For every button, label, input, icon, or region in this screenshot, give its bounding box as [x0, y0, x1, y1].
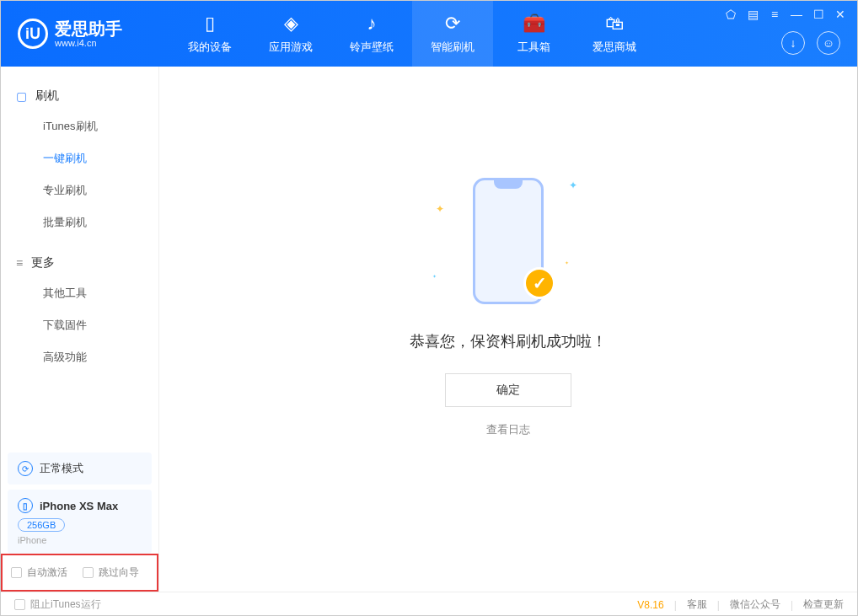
- version-label: V8.16: [637, 599, 663, 611]
- view-log-link[interactable]: 查看日志: [486, 422, 530, 437]
- mode-box[interactable]: ⟳ 正常模式: [8, 453, 152, 485]
- footer-left-label: 阻止iTunes运行: [30, 597, 101, 612]
- check-badge-icon: ✓: [523, 267, 555, 299]
- checkbox-block-itunes[interactable]: 阻止iTunes运行: [14, 597, 101, 612]
- success-illustration: ✓ ✦ ✦ ✦ ✦: [458, 171, 559, 314]
- sidebar-item-batch-flash[interactable]: 批量刷机: [1, 206, 158, 238]
- tab-label: 我的设备: [188, 40, 232, 55]
- section-title: 更多: [31, 255, 55, 271]
- capacity-pill: 256GB: [18, 518, 65, 532]
- sparkle-icon: ✦: [436, 203, 444, 215]
- app-body: ▢ 刷机 iTunes刷机 一键刷机 专业刷机 批量刷机 ≡ 更多 其他工具 下…: [1, 67, 857, 592]
- tab-label: 工具箱: [517, 40, 550, 55]
- sidebar-item-oneclick-flash[interactable]: 一键刷机: [1, 142, 158, 174]
- footer-right: V8.16 | 客服 | 微信公众号 | 检查更新: [637, 597, 844, 612]
- bag-icon: 🛍: [605, 13, 624, 35]
- app-logo-icon: iꓴ: [18, 19, 48, 49]
- tab-label: 爱思商城: [593, 40, 636, 55]
- app-name: 爱思助手: [55, 19, 122, 38]
- section-title: 刷机: [35, 88, 59, 104]
- maximize-icon[interactable]: ☐: [812, 8, 825, 21]
- close-icon[interactable]: ✕: [834, 8, 847, 21]
- sidebar-item-advanced[interactable]: 高级功能: [1, 341, 158, 373]
- refresh-icon: ⟳: [445, 13, 460, 35]
- menu-icon[interactable]: ≡: [768, 8, 781, 21]
- device-type: iPhone: [18, 535, 142, 545]
- tab-label: 智能刷机: [431, 40, 475, 55]
- sidebar-item-pro-flash[interactable]: 专业刷机: [1, 174, 158, 206]
- device-icon: ▯: [205, 13, 215, 35]
- sparkle-icon: ✦: [565, 260, 569, 265]
- logo-area: iꓴ 爱思助手 www.i4.cn: [1, 19, 169, 49]
- phone-icon: ▢: [16, 89, 27, 103]
- tab-apps-games[interactable]: ◈应用游戏: [250, 1, 331, 67]
- tab-my-device[interactable]: ▯我的设备: [169, 1, 250, 67]
- mode-label: 正常模式: [40, 461, 83, 476]
- footer: 阻止iTunes运行 V8.16 | 客服 | 微信公众号 | 检查更新: [1, 592, 857, 616]
- checkbox-auto-activate[interactable]: 自动激活: [11, 565, 67, 580]
- notebook-icon[interactable]: ▤: [746, 8, 759, 21]
- sidebar: ▢ 刷机 iTunes刷机 一键刷机 专业刷机 批量刷机 ≡ 更多 其他工具 下…: [1, 67, 159, 592]
- device-name-label: iPhone XS Max: [40, 500, 118, 512]
- cube-icon: ◈: [284, 13, 298, 35]
- main-content: ✓ ✦ ✦ ✦ ✦ 恭喜您，保资料刷机成功啦！ 确定 查看日志: [159, 67, 857, 592]
- toolbox-icon: 🧰: [523, 13, 545, 35]
- sidebar-item-other-tools[interactable]: 其他工具: [1, 277, 158, 309]
- tab-ringtone-wallpaper[interactable]: ♪铃声壁纸: [331, 1, 412, 67]
- app-url: www.i4.cn: [55, 38, 122, 48]
- checkbox-icon: [83, 567, 94, 578]
- footer-link-support[interactable]: 客服: [687, 597, 707, 612]
- device-phone-icon: ▯: [18, 498, 33, 513]
- tab-toolbox[interactable]: 🧰工具箱: [493, 1, 574, 67]
- footer-link-wechat[interactable]: 微信公众号: [730, 597, 780, 612]
- success-message: 恭喜您，保资料刷机成功啦！: [410, 331, 607, 351]
- checkbox-icon: [14, 599, 25, 610]
- checkbox-label: 自动激活: [27, 565, 67, 580]
- device-box[interactable]: ▯ iPhone XS Max 256GB iPhone: [8, 490, 152, 554]
- highlighted-options-box: 自动激活 跳过向导: [1, 554, 158, 592]
- sidebar-item-itunes-flash[interactable]: iTunes刷机: [1, 110, 158, 142]
- section-flash[interactable]: ▢ 刷机: [1, 82, 158, 110]
- sparkle-icon: ✦: [432, 273, 437, 279]
- app-header: iꓴ 爱思助手 www.i4.cn ▯我的设备 ◈应用游戏 ♪铃声壁纸 ⟳智能刷…: [1, 1, 857, 67]
- tab-smart-flash[interactable]: ⟳智能刷机: [412, 1, 493, 67]
- music-icon: ♪: [367, 13, 377, 35]
- shirt-icon[interactable]: ⬠: [724, 8, 737, 21]
- sparkle-icon: ✦: [569, 179, 577, 191]
- checkbox-label: 跳过向导: [99, 565, 139, 580]
- section-more[interactable]: ≡ 更多: [1, 249, 158, 277]
- ok-button[interactable]: 确定: [445, 373, 571, 407]
- minimize-icon[interactable]: —: [790, 8, 803, 21]
- sidebar-bottom: ⟳ 正常模式 ▯ iPhone XS Max 256GB iPhone 自动激活: [1, 447, 158, 592]
- tab-label: 铃声壁纸: [350, 40, 394, 55]
- header-actions: ↓ ☺: [781, 31, 840, 55]
- download-button[interactable]: ↓: [781, 31, 805, 55]
- window-controls: ⬠ ▤ ≡ — ☐ ✕: [724, 8, 847, 21]
- checkbox-skip-wizard[interactable]: 跳过向导: [83, 565, 139, 580]
- checkbox-icon: [11, 567, 22, 578]
- tab-store[interactable]: 🛍爱思商城: [574, 1, 655, 67]
- sidebar-item-download-firmware[interactable]: 下载固件: [1, 309, 158, 341]
- list-icon: ≡: [16, 256, 23, 270]
- user-button[interactable]: ☺: [817, 31, 840, 55]
- mode-icon: ⟳: [18, 461, 33, 476]
- footer-link-update[interactable]: 检查更新: [803, 597, 844, 612]
- main-nav-tabs: ▯我的设备 ◈应用游戏 ♪铃声壁纸 ⟳智能刷机 🧰工具箱 🛍爱思商城: [169, 1, 655, 67]
- tab-label: 应用游戏: [269, 40, 313, 55]
